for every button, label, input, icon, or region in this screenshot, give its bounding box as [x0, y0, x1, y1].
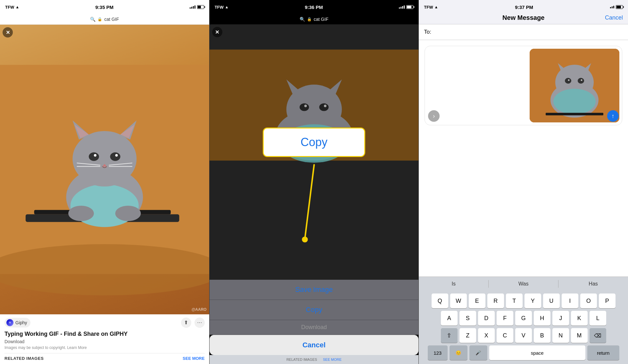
panel-3: TFW ▲ 9:37 PM New Message Cancel To: — [419, 0, 628, 364]
key-c[interactable]: C — [497, 328, 513, 343]
key-a[interactable]: A — [441, 311, 458, 326]
download-label: Download — [4, 339, 205, 344]
mic-key[interactable]: 🎤 — [469, 345, 487, 360]
status-right-2 — [399, 5, 413, 9]
image-area-1: ✕ — [0, 25, 209, 314]
keyboard: Q W E R T Y U I O P A S D F G H J K L ⇧ … — [419, 291, 628, 364]
time-3: 9:37 PM — [515, 4, 533, 10]
key-d[interactable]: D — [478, 311, 495, 326]
svg-point-44 — [553, 89, 596, 114]
address-text-1: cat GIF — [104, 17, 119, 22]
save-image-item[interactable]: Save Image — [210, 280, 419, 300]
address-bar-2[interactable]: 🔍 🔒 cat GIF — [210, 14, 419, 24]
key-v[interactable]: V — [515, 328, 532, 343]
search-icon-2: 🔍 — [300, 17, 305, 22]
status-left-2: TFW ▲ — [215, 5, 229, 10]
shift-key[interactable]: ⇧ — [441, 328, 458, 343]
copy-item[interactable]: Copy — [210, 300, 419, 320]
emoji-key[interactable]: 😊 — [450, 345, 467, 360]
svg-point-40 — [565, 78, 571, 84]
key-w[interactable]: W — [450, 294, 467, 308]
key-q[interactable]: Q — [432, 294, 448, 308]
delete-key[interactable]: ⌫ — [590, 328, 606, 343]
numbers-key[interactable]: 123 — [428, 345, 448, 360]
key-row-3: ⇧ Z X C V B N M ⌫ — [420, 328, 627, 343]
carrier-3: TFW — [424, 5, 433, 10]
related-label-2: RELATED IMAGES — [286, 358, 317, 361]
pred-word-1[interactable]: Is — [419, 281, 488, 287]
svg-point-12 — [110, 153, 120, 161]
return-key[interactable]: return — [587, 345, 619, 360]
key-z[interactable]: Z — [459, 328, 476, 343]
key-k[interactable]: K — [571, 311, 588, 326]
key-j[interactable]: J — [552, 311, 569, 326]
key-t[interactable]: T — [506, 294, 523, 308]
carrier-2: TFW — [215, 5, 224, 10]
key-g[interactable]: G — [515, 311, 532, 326]
key-r[interactable]: R — [487, 294, 504, 308]
status-left-3: TFW ▲ — [424, 5, 438, 10]
svg-point-1 — [0, 244, 209, 295]
download-item[interactable]: Download — [210, 320, 419, 335]
address-bar-1[interactable]: 🔍 🔒 cat GIF — [0, 14, 209, 25]
status-bar-2: TFW ▲ 9:36 PM — [210, 0, 419, 14]
copy-text-highlighted: Copy — [301, 136, 327, 149]
key-e[interactable]: E — [469, 294, 485, 308]
image-area-2: ✕ Copy Save I — [210, 24, 419, 335]
bottom-indicator: RELATED IMAGES SEE MORE — [210, 355, 419, 364]
signal-3 — [610, 6, 614, 8]
key-row-bottom: 123 😊 🎤 space return — [420, 345, 627, 360]
wifi-icon-1: ▲ — [15, 5, 19, 9]
action-sheet: Save Image Copy Download — [210, 280, 419, 335]
svg-point-13 — [94, 154, 96, 157]
key-y[interactable]: Y — [525, 294, 541, 308]
nav-title-3: New Message — [502, 14, 544, 21]
copyright-text: Images may be subject to copyright. Lear… — [4, 345, 205, 350]
svg-point-11 — [89, 153, 99, 161]
cancel-action-button[interactable]: Cancel — [210, 335, 419, 355]
key-f[interactable]: F — [497, 311, 513, 326]
share-button[interactable]: ⬆ — [181, 318, 191, 328]
copy-highlight-box[interactable]: Copy — [263, 128, 365, 157]
key-p[interactable]: P — [599, 294, 616, 308]
pred-word-3[interactable]: Has — [558, 281, 628, 287]
key-x[interactable]: X — [478, 328, 495, 343]
svg-point-6 — [72, 131, 136, 186]
close-button-2[interactable]: ✕ — [212, 27, 222, 37]
key-u[interactable]: U — [543, 294, 560, 308]
svg-point-30 — [304, 105, 307, 107]
to-input[interactable] — [434, 29, 623, 35]
svg-point-31 — [324, 105, 326, 107]
svg-point-21 — [115, 206, 141, 221]
see-more-2[interactable]: SEE MORE — [323, 358, 342, 361]
key-m[interactable]: M — [571, 328, 588, 343]
signal-2 — [399, 5, 405, 9]
more-button[interactable]: ⋯ — [194, 318, 205, 328]
key-row-1: Q W E R T Y U I O P — [420, 294, 627, 308]
key-h[interactable]: H — [534, 311, 550, 326]
space-key[interactable]: space — [489, 345, 585, 360]
cat-thumb-svg — [530, 49, 619, 122]
giphy-badge[interactable]: G Giphy — [4, 318, 30, 327]
related-label: RELATED IMAGES — [4, 356, 44, 361]
key-i[interactable]: I — [562, 294, 578, 308]
svg-point-41 — [578, 78, 584, 84]
close-button-1[interactable]: ✕ — [3, 27, 13, 37]
pred-word-2[interactable]: Was — [489, 281, 558, 287]
giphy-label: Giphy — [15, 320, 27, 325]
see-more-button[interactable]: SEE MORE — [183, 356, 205, 361]
key-b[interactable]: B — [534, 328, 550, 343]
lock-icon-1: 🔒 — [97, 17, 102, 21]
search-icon-1: 🔍 — [90, 17, 95, 22]
cancel-button-3[interactable]: Cancel — [605, 14, 623, 21]
key-l[interactable]: L — [590, 311, 606, 326]
expand-button[interactable]: › — [428, 110, 440, 122]
cancel-area: Cancel — [597, 14, 623, 21]
send-button[interactable]: ↑ — [607, 110, 619, 122]
key-n[interactable]: N — [552, 328, 569, 343]
status-right-3 — [610, 5, 623, 9]
key-o[interactable]: O — [580, 294, 597, 308]
giphy-icon: G — [6, 319, 13, 326]
key-s[interactable]: S — [459, 311, 476, 326]
compose-area: › ↑ — [419, 40, 628, 277]
